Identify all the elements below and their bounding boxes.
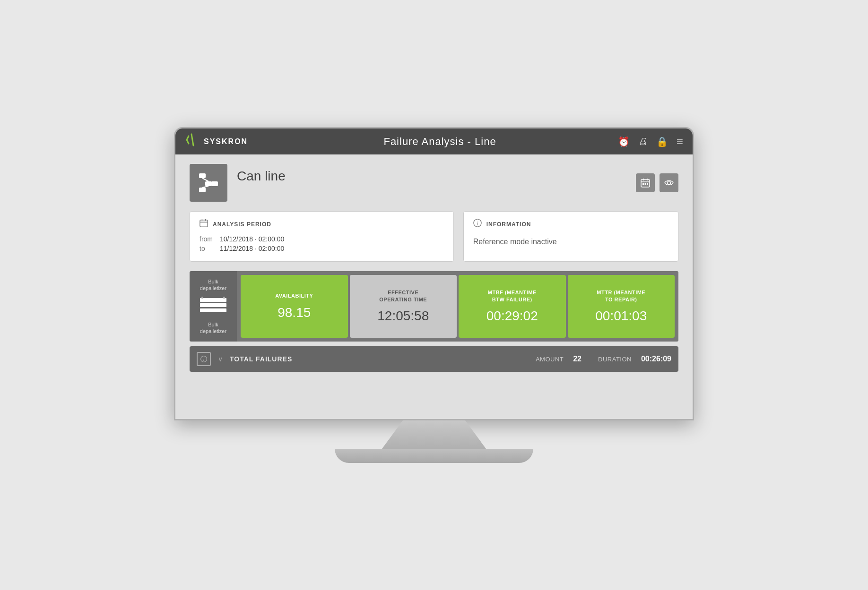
- line-icon-box: [190, 164, 227, 202]
- svg-text:i: i: [203, 357, 205, 362]
- metrics-section: Bulkdepalletizer Bulkdepalletizer: [190, 271, 678, 342]
- monitor-stand-neck: [382, 420, 486, 449]
- effective-operating-value: 12:05:58: [377, 308, 429, 324]
- svg-rect-11: [642, 183, 644, 185]
- analysis-period-label: ANALYSIS PERIOD: [213, 221, 271, 228]
- app-title: Failure Analysis - Line: [262, 136, 618, 148]
- from-value: 10/12/2018 · 02:00:00: [220, 235, 284, 243]
- analysis-from-row: from 10/12/2018 · 02:00:00: [200, 235, 444, 243]
- svg-rect-24: [201, 297, 203, 299]
- header-icons: ⏰ 🖨 🔒 ≡: [618, 135, 683, 148]
- information-panel: i INFORMATION Reference mode inactive: [463, 211, 678, 262]
- availability-title: AVAILABILITY: [275, 292, 313, 299]
- top-right-icons: [636, 173, 678, 192]
- failures-bar: i ∨ TOTAL FAILURES AMOUNT 22 DURATION 00…: [190, 346, 678, 372]
- svg-rect-25: [223, 297, 225, 299]
- svg-line-4: [202, 178, 208, 181]
- analysis-period-panel: ANALYSIS PERIOD from 10/12/2018 · 02:00:…: [190, 211, 454, 262]
- svg-point-14: [668, 181, 671, 185]
- mtbf-value: 00:29:02: [486, 308, 538, 324]
- logo-area: SYSKRON: [185, 132, 248, 151]
- information-label: INFORMATION: [486, 221, 531, 228]
- svg-rect-2: [199, 188, 206, 192]
- effective-operating-title: EFFECTIVEOPERATING TIME: [379, 289, 427, 303]
- view-button[interactable]: [660, 173, 678, 192]
- app-content: Can line: [175, 154, 693, 419]
- to-label: to: [200, 245, 216, 252]
- failures-chevron-icon[interactable]: ∨: [218, 355, 223, 363]
- info-message: Reference mode inactive: [473, 235, 668, 246]
- failures-duration-label: DURATION: [598, 356, 632, 363]
- svg-rect-21: [200, 298, 226, 302]
- svg-rect-13: [647, 183, 648, 185]
- monitor-stand-base: [335, 449, 533, 463]
- to-value: 11/12/2018 · 02:00:00: [220, 245, 284, 252]
- monitor-screen: SYSKRON Failure Analysis - Line ⏰ 🖨 🔒 ≡: [174, 127, 694, 420]
- analysis-panel-header: ANALYSIS PERIOD: [200, 219, 444, 230]
- lock-icon[interactable]: 🔒: [656, 136, 668, 147]
- device-icon: [199, 296, 227, 317]
- device-bottom-label: Bulkdepalletizer: [200, 321, 226, 335]
- mttr-value: 00:01:03: [595, 308, 647, 324]
- failures-amount-value: 22: [573, 355, 582, 363]
- line-network-icon: [197, 171, 220, 195]
- failures-duration-value: 00:26:09: [641, 355, 671, 363]
- logo-text: SYSKRON: [204, 137, 248, 146]
- metrics-cards: AVAILABILITY 98.15 EFFECTIVEOPERATING TI…: [237, 271, 678, 342]
- failures-amount-label: AMOUNT: [536, 356, 564, 363]
- svg-rect-1: [205, 181, 212, 186]
- line-name: Can line: [237, 164, 286, 184]
- mttr-title: MTTR (MEANTIMETO REPAIR): [597, 289, 645, 303]
- clock-icon[interactable]: ⏰: [618, 136, 630, 147]
- device-sidebar: Bulkdepalletizer Bulkdepalletizer: [190, 271, 237, 342]
- mttr-card: MTTR (MEANTIMETO REPAIR) 00:01:03: [568, 275, 675, 338]
- from-label: from: [200, 235, 216, 243]
- svg-rect-22: [200, 303, 226, 307]
- failures-label: TOTAL FAILURES: [230, 355, 529, 363]
- analysis-to-row: to 11/12/2018 · 02:00:00: [200, 245, 444, 252]
- mtbf-card: MTBF (MEANTIMEBTW FAILURE) 00:29:02: [459, 275, 566, 338]
- svg-rect-12: [645, 183, 646, 185]
- line-header: Can line: [190, 164, 678, 202]
- availability-value: 98.15: [278, 305, 311, 320]
- failures-info-icon: i: [197, 352, 211, 366]
- app-header: SYSKRON Failure Analysis - Line ⏰ 🖨 🔒 ≡: [175, 128, 693, 154]
- info-panel-header: i INFORMATION: [473, 219, 668, 230]
- svg-rect-0: [199, 173, 206, 178]
- availability-card: AVAILABILITY 98.15: [241, 275, 348, 338]
- print-icon[interactable]: 🖨: [638, 136, 648, 147]
- mtbf-title: MTBF (MEANTIMEBTW FAILURE): [488, 289, 537, 303]
- svg-rect-15: [200, 220, 208, 227]
- device-top-label: Bulkdepalletizer: [200, 278, 226, 292]
- syskron-logo-icon: [185, 132, 200, 151]
- effective-operating-time-card: EFFECTIVEOPERATING TIME 12:05:58: [350, 275, 457, 338]
- menu-icon[interactable]: ≡: [677, 135, 683, 148]
- svg-text:i: i: [477, 221, 478, 226]
- info-panel-icon: i: [473, 219, 482, 230]
- calendar-button[interactable]: [636, 173, 655, 192]
- svg-rect-23: [200, 308, 226, 312]
- svg-line-5: [202, 186, 208, 188]
- calendar-panel-icon: [200, 219, 208, 230]
- monitor-wrapper: SYSKRON Failure Analysis - Line ⏰ 🖨 🔒 ≡: [174, 127, 694, 463]
- info-panels: ANALYSIS PERIOD from 10/12/2018 · 02:00:…: [190, 211, 678, 262]
